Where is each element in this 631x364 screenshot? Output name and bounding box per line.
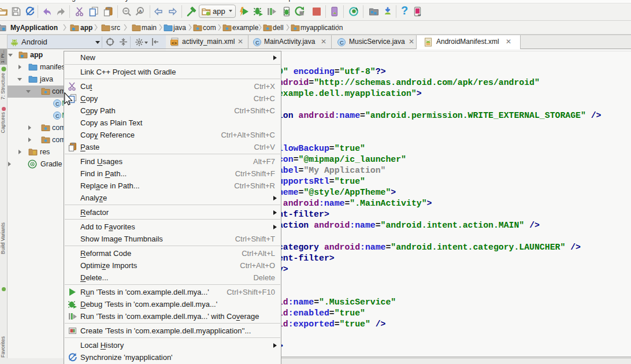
svg-text:<>: <> xyxy=(172,41,177,46)
svg-text:C: C xyxy=(340,39,344,46)
svg-text:C: C xyxy=(255,39,259,46)
svg-text:∞: ∞ xyxy=(418,13,421,17)
svg-text:A: A xyxy=(139,9,142,14)
svg-text:C: C xyxy=(55,101,60,107)
svg-text:C: C xyxy=(55,113,60,119)
